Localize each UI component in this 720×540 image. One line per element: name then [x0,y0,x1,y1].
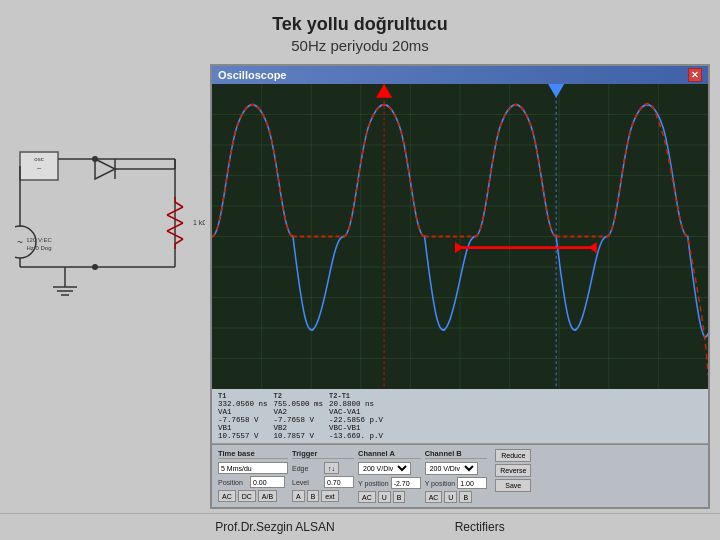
channel-a-u-btn[interactable]: U [378,491,391,503]
meas-t2-val: 755.0500 ms [274,400,324,408]
svg-point-16 [92,264,98,270]
time-base-input[interactable] [218,462,288,474]
page-container: Tek yollu doğrultucu 50Hz periyodu 20ms … [0,0,720,540]
save-button[interactable]: Save [495,479,531,492]
channel-a-group: Channel A 200 V/Div 100 V/Div 50 V/Div Y… [358,449,421,503]
reverse-button[interactable]: Reverse [495,464,531,477]
channel-a-select[interactable]: 200 V/Div 100 V/Div 50 V/Div [358,462,411,475]
trigger-edge-label: Edge [292,465,322,472]
content-area: ~ osc ~ [0,58,720,509]
trigger-title: Trigger [292,449,354,459]
svg-text:120 V:EC: 120 V:EC [26,237,52,243]
svg-marker-17 [95,159,115,179]
trigger-level-row: Level [292,476,354,488]
channel-b-ypos-input[interactable] [457,477,487,489]
trigger-group: Trigger Edge ↑↓ Level A B ext [292,449,354,502]
trigger-ac-ext-row: A B ext [292,490,354,502]
ab-button[interactable]: A/B [258,490,277,502]
meas-t2t1: T2-T1 20.8800 ns VAC-VA1 -22.5856 p.V VB… [329,392,383,440]
meas-vacva1-val: -22.5856 p.V [329,416,383,424]
meas-t2t1-val: 20.8800 ns [329,400,383,408]
side-buttons: Reduce Reverse Save [495,449,531,492]
title-section: Tek yollu doğrultucu 50Hz periyodu 20ms [272,14,448,54]
footer: Prof.Dr.Sezgin ALSAN Rectifiers [0,513,720,540]
dc-button[interactable]: DC [238,490,256,502]
position-input[interactable] [250,476,285,488]
reduce-button[interactable]: Reduce [495,449,531,462]
oscilloscope-screen [212,84,708,389]
channel-b-b-btn[interactable]: B [459,491,472,503]
channel-b-ac-btn[interactable]: AC [425,491,443,503]
svg-text:Hz:0 Dog: Hz:0 Dog [26,245,51,251]
trigger-level-input[interactable] [324,476,354,488]
oscilloscope-close-button[interactable]: ✕ [688,68,702,82]
meas-t1-val: 332.0560 ns [218,400,268,408]
professor-label: Prof.Dr.Sezgin ALSAN [215,520,334,534]
meas-t2-label: T2 [274,392,324,400]
svg-text:osc: osc [34,156,43,162]
topic-label: Rectifiers [455,520,505,534]
meas-vb2-val: 10.7857 V [274,432,324,440]
ac-button[interactable]: AC [218,490,236,502]
oscilloscope-controls: Time base Position AC DC A/B [212,444,708,507]
channel-b-ypos-row: Y position [425,477,488,489]
svg-text:1 kΩ: 1 kΩ [193,219,205,226]
channel-a-b-btn[interactable]: B [393,491,406,503]
oscilloscope-panel: Oscilloscope ✕ [210,64,710,509]
svg-line-28 [175,239,183,244]
meas-va2-val: -7.7658 V [274,416,324,424]
circuit-diagram: ~ osc ~ [15,147,205,407]
svg-text:~: ~ [37,164,42,173]
trigger-edge-row: Edge ↑↓ [292,462,354,474]
meas-t1-label: T1 [218,392,268,400]
channel-a-ac-btn[interactable]: AC [358,491,376,503]
svg-text:~: ~ [17,237,23,248]
meas-vbcvb1-val: -13.669. p.V [329,432,383,440]
oscilloscope-title: Oscilloscope [218,69,286,81]
channel-a-ypos-row: Y position [358,477,421,489]
controls-row: Time base Position AC DC A/B [218,449,702,503]
meas-t2: T2 755.0500 ms VA2 -7.7658 V VB2 10.7857… [274,392,324,440]
meas-vb2-label: VB2 [274,424,324,432]
ac-dc-row: AC DC A/B [218,490,288,502]
channel-b-u-btn[interactable]: U [444,491,457,503]
main-title: Tek yollu doğrultucu [272,14,448,35]
channel-a-title: Channel A [358,449,421,459]
meas-vbcvb1-label: VBC-VB1 [329,424,383,432]
channel-a-div-row: 200 V/Div 100 V/Div 50 V/Div [358,462,421,475]
meas-vb1-label: VB1 [218,424,268,432]
meas-vb1-val: 10.7557 V [218,432,268,440]
channel-b-group: Channel B 200 V/Div 100 V/Div 50 V/Div Y… [425,449,488,503]
time-base-group: Time base Position AC DC A/B [218,449,288,502]
trigger-ext-button[interactable]: ext [321,490,338,502]
oscilloscope-measurements: T1 332.0560 ns VA1 -7.7658 V VB1 10.7557… [212,389,708,444]
meas-t2t1-label: T2-T1 [329,392,383,400]
channel-b-ypos-label: Y position [425,480,456,487]
oscilloscope-titlebar: Oscilloscope ✕ [212,66,708,84]
trigger-edge-btn[interactable]: ↑↓ [324,462,339,474]
svg-line-23 [175,202,183,207]
channel-b-select[interactable]: 200 V/Div 100 V/Div 50 V/Div [425,462,478,475]
channel-b-ac-dc-row: AC U B [425,491,488,503]
circuit-panel: ~ osc ~ [10,64,210,509]
position-row: Position [218,476,288,488]
trigger-level-label: Level [292,479,322,486]
meas-va2-label: VA2 [274,408,324,416]
channel-a-ypos-input[interactable] [391,477,421,489]
channel-a-ac-dc-row: AC U B [358,491,421,503]
oscilloscope-waveform [212,84,708,389]
meas-va1-label: VA1 [218,408,268,416]
channel-a-ypos-label: Y position [358,480,389,487]
meas-vacva1-label: VAC-VA1 [329,408,383,416]
meas-t1: T1 332.0560 ns VA1 -7.7658 V VB1 10.7557… [218,392,268,440]
trigger-ac-button[interactable]: A [292,490,305,502]
channel-b-div-row: 200 V/Div 100 V/Div 50 V/Div [425,462,488,475]
time-base-row [218,462,288,474]
trigger-b-button[interactable]: B [307,490,320,502]
sub-title: 50Hz periyodu 20ms [272,37,448,54]
channel-b-title: Channel B [425,449,488,459]
time-base-title: Time base [218,449,288,459]
meas-va1-val: -7.7658 V [218,416,268,424]
position-label: Position [218,479,248,486]
